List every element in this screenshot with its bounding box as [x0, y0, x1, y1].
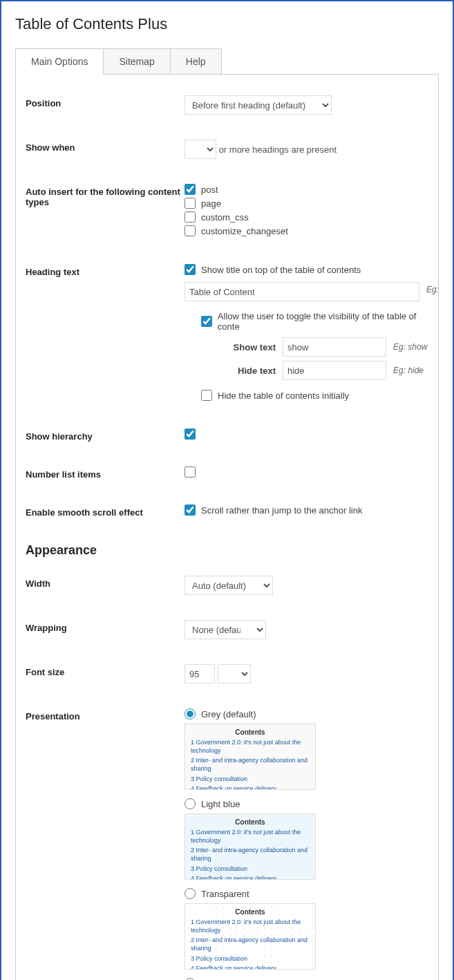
- content-type-customize_changeset-checkbox[interactable]: [185, 225, 196, 236]
- smooth-scroll-label: Scroll rather than jump to the anchor li…: [201, 505, 362, 516]
- show-hierarchy-checkbox[interactable]: [185, 428, 196, 440]
- presentation-grey-label: Grey (default): [201, 709, 256, 719]
- show-text-input[interactable]: [283, 337, 386, 357]
- position-select[interactable]: Before first heading (default): [185, 95, 332, 115]
- content-type-custom_css-checkbox[interactable]: [185, 211, 196, 223]
- show-title-label: Show title on top of the table of conten…: [201, 265, 361, 275]
- label-number-items: Number list items: [26, 467, 185, 480]
- label-auto-insert: Auto insert for the following content ty…: [26, 184, 185, 207]
- content-type-page-checkbox[interactable]: [185, 198, 196, 209]
- font-size-unit-select[interactable]: %: [218, 664, 251, 684]
- width-select[interactable]: Auto (default): [185, 576, 273, 595]
- title-input[interactable]: [185, 282, 419, 301]
- label-position: Position: [26, 95, 185, 109]
- tab-main-options[interactable]: Main Options: [15, 48, 104, 75]
- hide-initially-checkbox[interactable]: [201, 390, 212, 401]
- content-type-post-checkbox[interactable]: [185, 184, 196, 195]
- label-font-size: Font size: [26, 664, 185, 677]
- content-type-label: customize_changeset: [201, 226, 288, 236]
- hide-text-input[interactable]: [283, 361, 386, 380]
- show-when-suffix: or more headings are present: [219, 144, 337, 155]
- number-items-checkbox[interactable]: [185, 467, 196, 478]
- content-type-label: custom_css: [201, 212, 249, 223]
- appearance-heading: Appearance: [16, 543, 438, 558]
- show-text-eg: Eg: show: [393, 342, 427, 352]
- wrapping-select[interactable]: None (default): [185, 620, 266, 639]
- hide-text-label: Hide text: [218, 366, 283, 376]
- content-type-label: post: [201, 185, 218, 195]
- presentation-transparent-label: Transparent: [201, 889, 249, 899]
- show-title-checkbox[interactable]: [185, 264, 196, 275]
- hide-text-eg: Eg: hide: [393, 366, 424, 375]
- page-title: Table of Contents Plus: [1, 10, 453, 48]
- title-eg: Eg:: [426, 285, 439, 294]
- label-show-when: Show when: [26, 140, 185, 153]
- label-width: Width: [26, 576, 185, 589]
- tab-help[interactable]: Help: [170, 48, 222, 75]
- presentation-grey-radio[interactable]: [185, 708, 196, 719]
- tabs: Main Options Sitemap Help: [15, 48, 439, 75]
- allow-toggle-checkbox[interactable]: [201, 316, 212, 327]
- show-when-select[interactable]: 4: [185, 140, 216, 159]
- font-size-input[interactable]: [185, 664, 215, 684]
- tab-sitemap[interactable]: Sitemap: [103, 48, 170, 75]
- presentation-transparent-radio[interactable]: [185, 888, 196, 899]
- show-text-label: Show text: [218, 342, 283, 352]
- label-heading-text: Heading text: [26, 264, 185, 277]
- smooth-scroll-checkbox[interactable]: [185, 505, 196, 516]
- allow-toggle-label: Allow the user to toggle the visibility …: [218, 311, 439, 332]
- presentation-light_blue-radio[interactable]: [185, 798, 196, 809]
- settings-panel: Position Before first heading (default) …: [15, 74, 439, 980]
- presentation-light_blue-label: Light blue: [201, 799, 240, 809]
- label-presentation: Presentation: [26, 708, 185, 722]
- label-wrapping: Wrapping: [26, 620, 185, 633]
- label-show-hierarchy: Show hierarchy: [26, 428, 185, 442]
- content-type-label: page: [201, 198, 221, 209]
- label-smooth-scroll: Enable smooth scroll effect: [26, 505, 185, 518]
- hide-initially-label: Hide the table of contents initially: [218, 390, 349, 401]
